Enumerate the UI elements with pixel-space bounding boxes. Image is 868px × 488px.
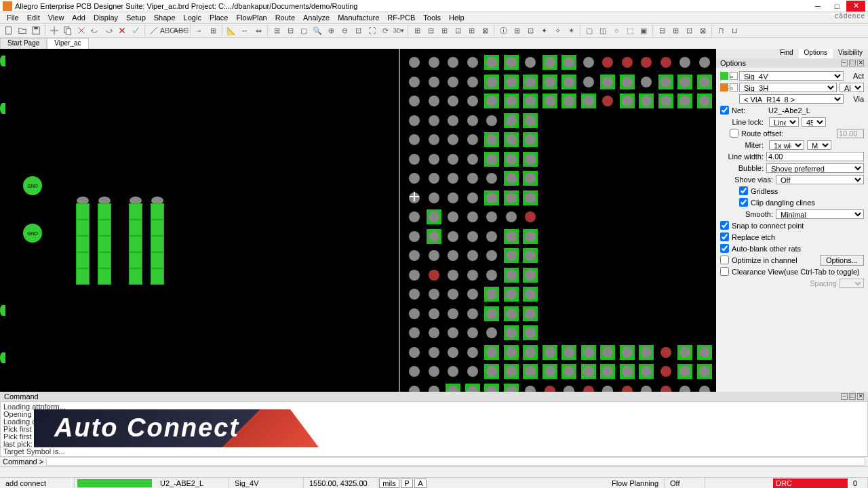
end2-icon[interactable]: ⊔ — [728, 24, 741, 37]
menu-flowplan[interactable]: FlowPlan — [232, 14, 271, 22]
bga-pad[interactable] — [504, 94, 519, 108]
connector-column[interactable] — [98, 197, 111, 285]
bga-pad[interactable] — [679, 57, 690, 68]
minimize-button[interactable]: ─ — [808, 1, 827, 12]
bga-pad[interactable] — [486, 270, 497, 281]
clipdangling-checkbox[interactable] — [739, 198, 748, 207]
bga-pad[interactable] — [409, 366, 420, 377]
bga-pad[interactable] — [484, 384, 499, 392]
bga-pad[interactable] — [448, 366, 458, 377]
bga-pad[interactable] — [467, 96, 478, 106]
bga-pad[interactable] — [542, 364, 557, 379]
bga-pad[interactable] — [484, 190, 499, 205]
bga-pad[interactable] — [620, 75, 635, 89]
rect-icon[interactable]: ▢ — [298, 24, 310, 37]
bga-pad[interactable] — [639, 364, 654, 379]
sh5-icon[interactable]: ▣ — [637, 24, 650, 37]
shovevias-select[interactable]: Off — [776, 175, 864, 184]
bga-pad[interactable] — [427, 209, 441, 224]
sh1-icon[interactable]: ▢ — [583, 24, 595, 37]
bga-pad[interactable] — [660, 386, 671, 392]
copy-icon[interactable] — [62, 24, 74, 37]
bga-pad[interactable] — [429, 308, 439, 319]
bga-pad[interactable] — [448, 57, 458, 68]
bga-pad[interactable] — [467, 289, 478, 300]
bga-pad[interactable] — [602, 96, 613, 106]
clearance-checkbox[interactable] — [720, 267, 729, 276]
bga-pad[interactable] — [409, 270, 420, 281]
move-icon[interactable] — [48, 24, 60, 37]
bga-pad[interactable] — [523, 113, 538, 128]
menu-help[interactable]: Help — [445, 14, 469, 22]
bga-pad[interactable] — [467, 115, 478, 126]
bga-pad[interactable] — [641, 386, 652, 392]
bga-pad[interactable] — [677, 345, 692, 360]
zoom-in-icon[interactable]: 🔍 — [311, 24, 323, 37]
bga-pad[interactable] — [467, 327, 478, 338]
grid2-icon[interactable]: ⊟ — [284, 24, 296, 37]
bga-pad[interactable] — [504, 384, 519, 392]
bga-pad[interactable] — [504, 229, 519, 244]
bga-pad[interactable] — [467, 77, 478, 87]
bga-pad[interactable] — [679, 386, 690, 392]
bga-pad[interactable] — [622, 386, 633, 392]
gnd-pad[interactable]: GND — [23, 176, 42, 195]
bga-pad[interactable] — [523, 132, 538, 147]
tab-start-page[interactable]: Start Page — [0, 38, 47, 49]
net-checkbox[interactable] — [720, 106, 729, 115]
menu-route[interactable]: Route — [271, 14, 299, 22]
bga-pad[interactable] — [429, 134, 439, 145]
bga-pad[interactable] — [699, 386, 710, 392]
bga-pad[interactable] — [523, 190, 538, 205]
miter-unit-select[interactable]: Min — [807, 140, 831, 150]
sh2-icon[interactable]: ◫ — [597, 24, 609, 37]
tab-find[interactable]: Find — [774, 49, 798, 58]
3d-icon[interactable]: 3D▾ — [393, 24, 405, 37]
cmd-close-icon[interactable]: ✕ — [857, 393, 864, 400]
bga-pad[interactable] — [600, 75, 615, 89]
bga-pad[interactable] — [484, 55, 499, 70]
gnd-pad[interactable]: GND — [23, 224, 42, 243]
bga-pad[interactable] — [467, 154, 478, 165]
maximize-button[interactable]: □ — [827, 1, 846, 12]
connector-column[interactable] — [76, 197, 90, 285]
bga-pad[interactable] — [523, 152, 538, 167]
bga-pad[interactable] — [409, 327, 420, 338]
star3-icon[interactable]: ✶ — [565, 24, 577, 37]
snap-checkbox[interactable] — [720, 221, 729, 230]
bga-pad[interactable] — [600, 345, 615, 360]
bga-pad[interactable] — [448, 192, 458, 203]
bga-pad[interactable] — [448, 77, 458, 87]
bga-pad[interactable] — [660, 347, 671, 358]
bga-pad[interactable] — [486, 231, 497, 242]
grid-f-icon[interactable]: ⊠ — [479, 24, 491, 37]
bga-pad[interactable] — [486, 115, 497, 126]
bga-pad[interactable] — [639, 345, 654, 360]
bga-pad[interactable] — [620, 345, 635, 360]
grid-b-icon[interactable]: ⊟ — [425, 24, 437, 37]
menu-logic[interactable]: Logic — [180, 14, 205, 22]
bga-pad[interactable] — [448, 115, 458, 126]
measure-icon[interactable]: 📐 — [225, 24, 237, 37]
bga-pad[interactable] — [409, 250, 420, 261]
units-button[interactable]: mils — [379, 479, 399, 488]
panel-close-icon[interactable]: ✕ — [857, 60, 864, 66]
info-icon[interactable]: ⓘ — [497, 24, 509, 37]
rp1-icon[interactable]: ⊟ — [656, 24, 668, 37]
bga-pad[interactable] — [561, 364, 576, 379]
bga-pad[interactable] — [620, 364, 635, 379]
bga-pad[interactable] — [504, 325, 519, 340]
bga-pad[interactable] — [660, 366, 671, 377]
bga-pad[interactable] — [622, 57, 633, 68]
linelock-type-select[interactable]: Line — [769, 117, 799, 127]
bga-pad[interactable] — [429, 115, 439, 126]
bga-pad[interactable] — [525, 386, 536, 392]
line-icon[interactable] — [148, 24, 160, 37]
bga-pad[interactable] — [504, 248, 519, 263]
bga-pad[interactable] — [429, 57, 439, 68]
bga-pad[interactable] — [504, 171, 519, 186]
alt-select[interactable]: Alt — [840, 83, 864, 92]
bga-pad[interactable] — [523, 94, 538, 108]
drc-indicator[interactable]: DRC — [773, 479, 848, 488]
bga-pad[interactable] — [448, 327, 458, 338]
